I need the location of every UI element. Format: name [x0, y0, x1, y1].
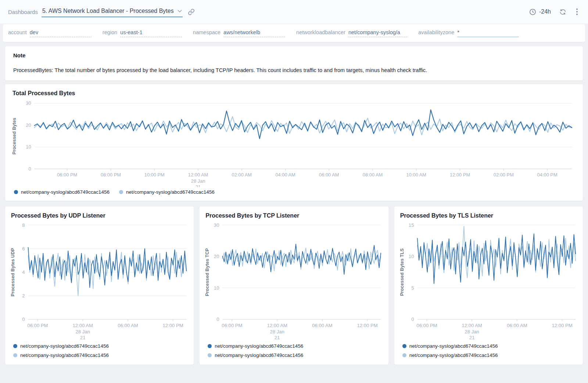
svg-text:28 Jan: 28 Jan [75, 329, 90, 334]
total-processed-bytes-panel: Total Processed Bytes 010203006:00 PM08:… [5, 84, 583, 201]
time-range-button[interactable]: -24h [529, 8, 551, 15]
legend-item-series1[interactable]: net/company-syslog/abcd6749ccac1456 [14, 189, 110, 195]
legend-item-series2[interactable]: net/company-syslog/abcd6749ccac1456 [208, 352, 383, 358]
svg-text:10:00 AM: 10:00 AM [406, 172, 426, 178]
svg-text:12:00 PM: 12:00 PM [450, 172, 470, 178]
svg-text:02:00 AM: 02:00 AM [232, 172, 252, 178]
legend-label: net/company-syslog/abcd6749ccac1456 [215, 352, 303, 358]
chart-title-tls: Processed Bytes by TLS Listener [400, 212, 579, 219]
svg-text:02:00 PM: 02:00 PM [494, 172, 514, 178]
total-processed-bytes-chart[interactable]: 010203006:00 PM08:00 PM10:00 PM12:00 AM2… [11, 99, 578, 187]
svg-text:0: 0 [216, 317, 219, 322]
share-link-icon[interactable] [188, 8, 195, 15]
svg-text:10: 10 [26, 144, 31, 150]
svg-text:06:00 PM: 06:00 PM [222, 323, 243, 328]
svg-text:Processed Bytes UDP: Processed Bytes UDP [10, 248, 15, 297]
svg-text:06:00 AM: 06:00 AM [312, 323, 332, 328]
svg-text:28 Jan: 28 Jan [465, 329, 479, 334]
svg-text:12:00 AM: 12:00 AM [462, 323, 482, 328]
svg-text:21: 21 [275, 335, 280, 340]
svg-text:30: 30 [214, 222, 219, 228]
kebab-menu-icon[interactable] [575, 7, 579, 17]
legend-label: net/company-syslog/abcd6749ccac1456 [126, 189, 215, 195]
svg-text:6: 6 [22, 246, 25, 251]
svg-text:4: 4 [22, 269, 25, 275]
tls-listener-chart[interactable]: 05101506:00 PM12:00 AM28 Jan2106:00 AM12… [399, 221, 579, 340]
clock-icon [529, 8, 536, 15]
legend-item-series2[interactable]: net/company-syslog/abcd6749ccac1456 [13, 352, 189, 358]
svg-text:20: 20 [26, 122, 31, 128]
legend-dot-dark [208, 344, 212, 348]
dashboard-title-dropdown[interactable]: 5. AWS Network Load Balancer - Processed… [42, 6, 183, 17]
legend-label: net/company-syslog/abcd6749ccac1456 [20, 352, 109, 358]
svg-text:06:00 AM: 06:00 AM [319, 172, 339, 178]
svg-text:Processed Bytes TCP: Processed Bytes TCP [205, 248, 210, 296]
listener-charts-row: Processed Bytes by UDP Listener 0246806:… [5, 207, 583, 365]
chart-title-udp: Processed Bytes by UDP Listener [11, 212, 190, 219]
refresh-icon[interactable] [559, 8, 567, 15]
filter-namespace-input[interactable]: aws/networkelb [223, 29, 285, 37]
legend-item-series2[interactable]: net/company-syslog/abcd6749ccac1456 [402, 352, 578, 358]
chart-title-tcp: Processed Bytes by TCP Listener [205, 212, 384, 219]
svg-text:Processed Bytes: Processed Bytes [12, 118, 17, 154]
filter-namespace: namespace aws/networkelb [193, 29, 285, 37]
svg-text:06:00 AM: 06:00 AM [118, 323, 138, 328]
legend-dot-light [119, 190, 123, 194]
svg-text:21: 21 [469, 335, 475, 340]
svg-text:2: 2 [22, 293, 25, 298]
filter-availabilityzone-input[interactable]: * [457, 29, 519, 37]
svg-text:0: 0 [22, 317, 25, 322]
filter-account-label: account [8, 29, 27, 35]
dashboard-title: 5. AWS Network Load Balancer - Processed… [42, 8, 174, 14]
svg-text:06:00 PM: 06:00 PM [57, 172, 77, 178]
legend-dot-light [402, 353, 406, 357]
breadcrumb[interactable]: Dashboards [8, 9, 38, 15]
svg-text:10:00 PM: 10:00 PM [144, 172, 165, 178]
legend-item-series1[interactable]: net/company-syslog/abcd6749ccac1456 [13, 343, 189, 349]
svg-text:12:00 PM: 12:00 PM [357, 323, 378, 328]
svg-text:28 Jan: 28 Jan [191, 178, 205, 184]
filter-networkloadbalancer-label: networkloadbalancer [296, 29, 345, 35]
filter-namespace-label: namespace [193, 29, 220, 35]
svg-text:08:00 AM: 08:00 AM [363, 172, 383, 178]
udp-chart-legend: net/company-syslog/abcd6749ccac1456 net/… [10, 340, 190, 362]
top-bar: Dashboards 5. AWS Network Load Balancer … [0, 0, 588, 24]
svg-text:5: 5 [411, 285, 414, 291]
legend-item-series1[interactable]: net/company-syslog/abcd6749ccac1456 [208, 343, 383, 349]
filter-availabilityzone-label: availabilityzone [418, 29, 454, 35]
svg-text:Processed Bytes TLS: Processed Bytes TLS [399, 248, 405, 296]
svg-text:28 Jan: 28 Jan [270, 329, 284, 334]
filter-account-input[interactable]: dev [30, 29, 92, 37]
filter-region: region us-east-1 [103, 29, 182, 37]
svg-text:10: 10 [409, 254, 414, 259]
legend-dot-dark [14, 190, 18, 194]
tcp-listener-panel: Processed Bytes by TCP Listener 01020300… [200, 207, 388, 365]
svg-text:12:00 PM: 12:00 PM [552, 323, 572, 328]
tcp-listener-chart[interactable]: 010203006:00 PM12:00 AM28 Jan2106:00 AM1… [204, 221, 384, 340]
time-range-label: -24h [539, 8, 551, 15]
chart-title-total: Total Processed Bytes [12, 90, 578, 97]
legend-label: net/company-syslog/abcd6749ccac1456 [215, 343, 303, 349]
filter-region-input[interactable]: us-east-1 [120, 29, 182, 37]
legend-dot-dark [13, 344, 17, 348]
svg-text:12:00 AM: 12:00 AM [267, 323, 287, 328]
svg-text:15: 15 [409, 222, 414, 228]
legend-dot-dark [402, 344, 406, 348]
svg-text:08:00 PM: 08:00 PM [101, 172, 121, 178]
total-chart-legend: net/company-syslog/abcd6749ccac1456 net/… [11, 187, 578, 198]
note-title: Note [13, 52, 575, 58]
svg-text:30: 30 [26, 100, 31, 106]
legend-item-series2[interactable]: net/company-syslog/abcd6749ccac1456 [119, 189, 215, 195]
svg-text:21: 21 [196, 184, 201, 187]
legend-label: net/company-syslog/abcd6749ccac1456 [20, 343, 109, 349]
legend-label: net/company-syslog/abcd6749ccac1456 [409, 352, 498, 358]
svg-text:04:00 PM: 04:00 PM [537, 172, 557, 178]
svg-text:12:00 AM: 12:00 AM [72, 323, 93, 328]
note-body: ProcessedBytes: The total number of byte… [13, 67, 575, 73]
legend-label: net/company-syslog/abcd6749ccac1456 [409, 343, 498, 349]
tls-chart-legend: net/company-syslog/abcd6749ccac1456 net/… [399, 340, 579, 362]
udp-listener-chart[interactable]: 0246806:00 PM12:00 AM28 Jan2106:00 AM12:… [10, 221, 190, 340]
legend-item-series1[interactable]: net/company-syslog/abcd6749ccac1456 [402, 343, 578, 349]
filter-networkloadbalancer-input[interactable]: net/company-syslog/a [348, 29, 407, 37]
filter-region-label: region [103, 29, 117, 35]
